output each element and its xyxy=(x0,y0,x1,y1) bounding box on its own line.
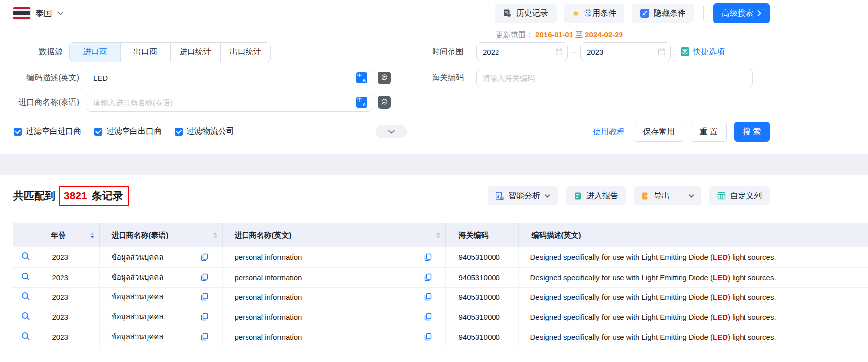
advanced-search-button[interactable]: 高级搜索 xyxy=(713,3,770,23)
copy-icon[interactable] xyxy=(424,273,432,281)
tab-exporter[interactable]: 出口商 xyxy=(120,43,170,62)
checkbox-filter-blank-importer[interactable]: 过滤空白进口商 xyxy=(14,126,81,137)
view-detail-search-icon[interactable] xyxy=(21,272,30,281)
reset-button[interactable]: 重 置 xyxy=(691,122,727,142)
update-range: 更新范围： 2016-01-01 至 2024-02-29 xyxy=(496,30,623,40)
cell-year: 2023 xyxy=(52,253,68,261)
header-importer-th[interactable]: 进口商名称(泰语) xyxy=(99,223,222,247)
count-number: 3821 xyxy=(64,190,87,202)
table-row: 2023 ข้อมูลส่วนบุคคล personal informatio… xyxy=(13,327,868,347)
view-detail-search-icon[interactable] xyxy=(21,292,30,301)
quick-options-link[interactable]: ⌘ 快捷选项 xyxy=(681,42,725,61)
header-view xyxy=(13,223,39,247)
desc-text: ) light sources. xyxy=(728,333,776,341)
year-from-input[interactable] xyxy=(483,48,555,56)
view-detail-search-icon[interactable] xyxy=(21,252,30,261)
importer-name-input[interactable] xyxy=(93,98,356,107)
view-detail-search-icon[interactable] xyxy=(21,312,30,321)
desc-text: Designed specifically for use with Light… xyxy=(530,293,713,301)
filter-checkboxes: 过滤空白进口商 过滤空白出口商 过滤物流公司 xyxy=(14,126,234,137)
table-row: 2023 ข้อมูลส่วนบุคคล personal informatio… xyxy=(13,307,868,327)
search-button[interactable]: 搜 索 xyxy=(734,122,770,142)
thailand-flag-icon xyxy=(13,7,30,19)
view-detail-search-icon[interactable] xyxy=(21,332,30,341)
desc-highlight: LED xyxy=(713,313,728,321)
copy-icon[interactable] xyxy=(201,293,208,301)
chevron-down-icon xyxy=(57,11,63,15)
checkbox-label: 过滤空白进口商 xyxy=(26,126,81,137)
sort-icon[interactable] xyxy=(213,232,217,238)
header-importer-en[interactable]: 进口商名称(英文) xyxy=(222,223,445,247)
update-range-to: 至 xyxy=(575,30,583,39)
save-favorite-button[interactable]: 保存常用 xyxy=(634,122,683,142)
table-body: 2023 ข้อมูลส่วนบุคคล personal informatio… xyxy=(13,247,868,347)
cell-code-desc: Designed specifically for use with Light… xyxy=(518,247,868,267)
copy-icon[interactable] xyxy=(201,273,208,281)
code-desc-input[interactable] xyxy=(93,74,356,82)
header-code-desc: 编码描述(英文) xyxy=(518,223,868,247)
checkbox-checked-icon xyxy=(14,128,22,136)
svg-text:BI: BI xyxy=(500,197,503,200)
table-header-row: 年份 进口商名称(泰语) 进口商名称(英文) 海关编码 xyxy=(13,223,868,247)
collapse-panel-button[interactable] xyxy=(376,125,407,138)
hs-code-input[interactable] xyxy=(483,74,748,82)
desc-text: ) light sources. xyxy=(728,273,776,282)
chevron-right-icon xyxy=(757,10,761,16)
header-year-label: 年份 xyxy=(51,231,66,240)
exact-match-button[interactable] xyxy=(378,72,391,84)
copy-icon[interactable] xyxy=(201,313,208,321)
cell-year: 2023 xyxy=(52,293,68,301)
tutorial-link[interactable]: 使用教程 xyxy=(593,122,624,142)
checkbox-filter-logistics[interactable]: 过滤物流公司 xyxy=(175,126,234,137)
translate-icon[interactable]: 中A xyxy=(356,97,367,108)
enter-report-button[interactable]: 进入报告 xyxy=(566,186,626,205)
results-table: 年份 进口商名称(泰语) 进口商名称(英文) 海关编码 xyxy=(13,223,868,347)
checkbox-label: 过滤物流公司 xyxy=(186,126,234,137)
code-desc-label: 编码描述(英文) xyxy=(0,69,79,87)
desc-text: Designed specifically for use with Light… xyxy=(530,273,713,282)
history-icon xyxy=(503,9,512,18)
translate-icon[interactable]: 中A xyxy=(356,72,367,83)
table-row: 2023 ข้อมูลส่วนบุคคล personal informatio… xyxy=(13,247,868,267)
copy-icon[interactable] xyxy=(424,293,432,301)
calendar-icon[interactable] xyxy=(658,48,666,56)
cell-importer-english: personal information xyxy=(235,313,302,321)
copy-icon[interactable] xyxy=(424,313,432,321)
search-panel: 更新范围： 2016-01-01 至 2024-02-29 数据源 进口商 出口… xyxy=(0,27,868,154)
export-dropdown-button[interactable] xyxy=(682,186,701,205)
header-year[interactable]: 年份 xyxy=(39,223,99,247)
favorites-button[interactable]: ★ 常用条件 xyxy=(564,4,624,23)
cell-hs-code: 9405310000 xyxy=(459,333,500,341)
smart-analysis-button[interactable]: BI 智能分析 xyxy=(488,186,558,205)
hs-code-label: 海关编码 xyxy=(394,69,464,87)
country-selector[interactable]: 泰国 xyxy=(13,7,63,19)
copy-icon[interactable] xyxy=(424,253,432,261)
history-label: 历史记录 xyxy=(516,8,548,19)
tab-export-stats[interactable]: 出口统计 xyxy=(220,43,270,62)
history-button[interactable]: 历史记录 xyxy=(495,4,557,23)
export-button[interactable]: 导出 xyxy=(634,186,677,205)
country-label: 泰国 xyxy=(35,8,52,19)
custom-columns-button[interactable]: 自定义列 xyxy=(709,186,770,205)
checkbox-filter-blank-exporter[interactable]: 过滤空白出口商 xyxy=(94,126,162,137)
cell-code-desc: Designed specifically for use with Light… xyxy=(518,307,868,327)
desc-text: ) light sources. xyxy=(728,253,776,261)
tab-import-stats[interactable]: 进口统计 xyxy=(170,43,220,62)
update-range-start: 2016-01-01 xyxy=(535,30,573,39)
copy-icon[interactable] xyxy=(424,333,432,341)
exact-match-button[interactable] xyxy=(378,96,391,109)
copy-icon[interactable] xyxy=(201,253,208,261)
desc-highlight: LED xyxy=(713,293,728,301)
importer-name-label: 进口商名称(泰语) xyxy=(0,93,79,112)
sort-icon[interactable] xyxy=(436,232,440,238)
match-count: 共匹配到 3821 条记录 xyxy=(13,186,129,206)
star-icon: ★ xyxy=(572,9,580,18)
hide-conditions-button[interactable]: 隐藏条件 xyxy=(632,4,694,23)
year-to-input[interactable] xyxy=(587,48,658,56)
calendar-icon[interactable] xyxy=(555,48,563,56)
sort-icon[interactable] xyxy=(90,232,94,238)
cell-code-desc: Designed specifically for use with Light… xyxy=(518,287,868,307)
copy-icon[interactable] xyxy=(201,333,208,341)
code-desc-field: 中A xyxy=(87,69,372,87)
tab-importer[interactable]: 进口商 xyxy=(70,43,120,62)
